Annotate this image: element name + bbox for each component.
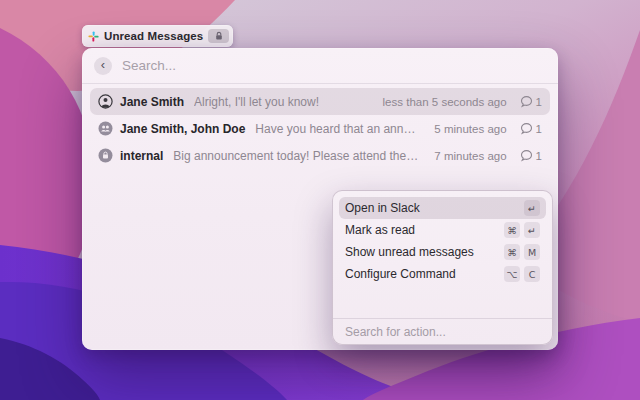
action-show-unread-messages[interactable]: Show unread messages ⌘ M — [339, 241, 546, 263]
key-return: ↵ — [524, 200, 540, 216]
action-mark-as-read[interactable]: Mark as read ⌘ ↵ — [339, 219, 546, 241]
message-time: 5 minutes ago — [434, 123, 506, 135]
person-circle-icon — [98, 94, 113, 109]
chat-bubble-icon — [520, 122, 533, 135]
key-return: ↵ — [524, 222, 540, 238]
chat-bubble-icon — [520, 95, 533, 108]
key-m: M — [524, 244, 540, 260]
people-circle-icon — [98, 121, 113, 136]
message-count: 1 — [536, 96, 542, 108]
action-configure-command[interactable]: Configure Command ⌥ C — [339, 263, 546, 285]
key-option: ⌥ — [504, 266, 520, 282]
message-preview: Alright, I'll let you know! — [194, 95, 368, 109]
command-hud-label: Unread Messages — [104, 30, 203, 42]
lock-circle-icon — [98, 148, 113, 163]
message-list: Jane Smith Alright, I'll let you know! l… — [82, 84, 558, 173]
chat-bubble-icon — [520, 149, 533, 162]
panel-spacer — [333, 291, 552, 318]
message-time: 7 minutes ago — [434, 150, 506, 162]
list-item[interactable]: internal Big announcement today! Please … — [90, 142, 550, 169]
message-time: less than 5 seconds ago — [383, 96, 507, 108]
back-button[interactable]: ‹ — [94, 57, 112, 75]
slack-logo-icon — [88, 31, 99, 42]
key-command: ⌘ — [504, 222, 520, 238]
message-preview: Big announcement today! Please attend th… — [173, 149, 419, 163]
desktop: Unread Messages ‹ — [0, 0, 640, 400]
action-open-in-slack[interactable]: Open in Slack ↵ — [339, 197, 546, 219]
list-item[interactable]: Jane Smith, John Doe Have you heard that… — [90, 115, 550, 142]
chevron-left-icon: ‹ — [101, 58, 105, 71]
message-preview: Have you heard that an announcement is c… — [255, 122, 419, 136]
hotkey-recorder-badge[interactable] — [208, 29, 229, 43]
list-item[interactable]: Jane Smith Alright, I'll let you know! l… — [90, 88, 550, 115]
action-items: Open in Slack ↵ Mark as read ⌘ ↵ Show un… — [333, 191, 552, 291]
search-bar: ‹ — [82, 48, 558, 84]
command-hud-pill[interactable]: Unread Messages — [82, 25, 233, 47]
action-panel: Open in Slack ↵ Mark as read ⌘ ↵ Show un… — [332, 190, 553, 345]
message-sender: internal — [120, 149, 163, 163]
key-c: C — [524, 266, 540, 282]
action-search-bar — [333, 318, 552, 344]
action-search-input[interactable] — [345, 325, 540, 339]
lock-icon — [214, 31, 224, 41]
message-sender: Jane Smith — [120, 95, 184, 109]
search-input[interactable] — [122, 58, 546, 73]
key-command: ⌘ — [504, 244, 520, 260]
message-count: 1 — [536, 150, 542, 162]
message-count: 1 — [536, 123, 542, 135]
launcher-window: ‹ Jane Smith Alright, I'll let you know!… — [82, 48, 558, 350]
message-sender: Jane Smith, John Doe — [120, 122, 245, 136]
